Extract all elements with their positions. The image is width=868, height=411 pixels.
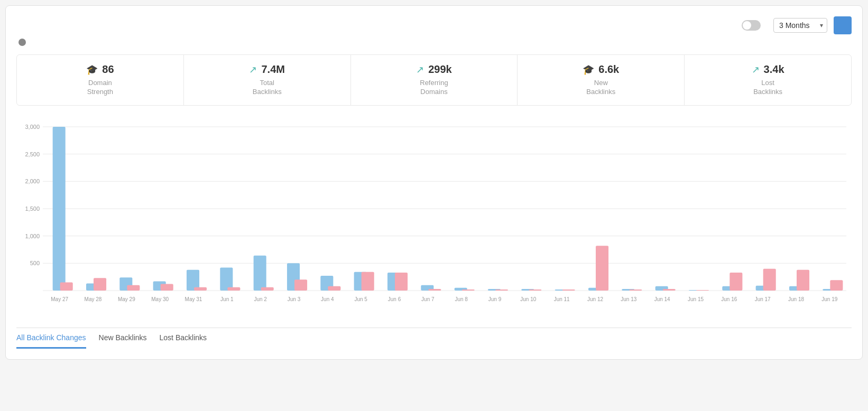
stat-item: ↗ 3.4k LostBacklinks <box>685 55 851 105</box>
result-limit-row[interactable] <box>16 39 852 46</box>
settings-button[interactable] <box>834 16 852 34</box>
toggle-switch[interactable] <box>742 20 761 31</box>
svg-rect-31 <box>254 256 266 291</box>
svg-text:May 30: May 30 <box>151 296 169 302</box>
svg-rect-41 <box>362 272 374 291</box>
svg-rect-65 <box>629 289 642 291</box>
svg-text:Jun 16: Jun 16 <box>721 296 737 302</box>
svg-text:Jun 5: Jun 5 <box>354 296 367 302</box>
stat-label: TotalBacklinks <box>192 79 342 97</box>
svg-rect-74 <box>730 273 742 291</box>
stats-row: 🎓 86 DomainStrength ↗ 7.4M TotalBacklink… <box>16 54 852 106</box>
svg-text:May 27: May 27 <box>51 296 68 302</box>
svg-text:Jun 17: Jun 17 <box>755 296 771 302</box>
svg-rect-17 <box>94 278 106 291</box>
svg-rect-62 <box>596 246 608 291</box>
svg-text:Jun 18: Jun 18 <box>788 296 804 302</box>
svg-text:1,500: 1,500 <box>25 205 40 212</box>
svg-rect-38 <box>328 286 340 291</box>
svg-rect-23 <box>161 284 173 290</box>
stat-value: 7.4M <box>261 63 284 76</box>
svg-text:3,000: 3,000 <box>25 124 40 130</box>
svg-rect-14 <box>60 282 73 291</box>
svg-rect-35 <box>294 279 307 291</box>
svg-text:Jun 12: Jun 12 <box>587 296 603 302</box>
stat-header: 🎓 6.6k <box>526 63 676 76</box>
svg-rect-53 <box>495 289 508 291</box>
stat-value: 3.4k <box>764 63 784 76</box>
bar-chart: 5001,0001,5002,0002,5003,000May 27May 28… <box>16 116 852 317</box>
stat-label: ReferringDomains <box>359 79 509 97</box>
svg-text:Jun 9: Jun 9 <box>488 296 502 302</box>
svg-text:Jun 7: Jun 7 <box>421 296 435 302</box>
svg-text:Jun 6: Jun 6 <box>388 296 401 302</box>
svg-text:Jun 14: Jun 14 <box>654 296 670 302</box>
svg-rect-29 <box>227 287 240 291</box>
stat-label: DomainStrength <box>25 79 175 97</box>
stat-icon: 🎓 <box>583 64 594 76</box>
svg-rect-59 <box>562 289 575 291</box>
svg-rect-13 <box>53 127 66 291</box>
svg-rect-68 <box>663 289 676 291</box>
stat-header: ↗ 3.4k <box>693 63 843 76</box>
svg-rect-28 <box>220 267 233 290</box>
stat-value: 6.6k <box>598 63 619 76</box>
svg-rect-32 <box>261 287 274 291</box>
svg-text:Jun 8: Jun 8 <box>455 296 468 302</box>
stat-icon: ↗ <box>752 64 760 76</box>
svg-text:Jun 1: Jun 1 <box>220 296 234 302</box>
svg-text:May 28: May 28 <box>85 296 102 302</box>
stat-header: ↗ 7.4M <box>192 63 342 76</box>
info-icon[interactable] <box>19 39 26 46</box>
stat-value: 299k <box>428 63 452 76</box>
svg-text:Jun 2: Jun 2 <box>254 296 267 302</box>
svg-rect-26 <box>194 287 207 291</box>
svg-text:2,500: 2,500 <box>25 151 40 157</box>
svg-text:Jun 11: Jun 11 <box>554 296 570 302</box>
stat-header: 🎓 86 <box>25 63 175 76</box>
svg-text:Jun 15: Jun 15 <box>688 296 704 302</box>
svg-rect-44 <box>395 273 408 291</box>
stat-label: NewBacklinks <box>526 79 676 97</box>
svg-rect-80 <box>797 270 809 291</box>
stat-value: 86 <box>102 63 114 76</box>
stat-item: ↗ 299k ReferringDomains <box>351 55 518 105</box>
svg-text:May 29: May 29 <box>118 296 135 302</box>
svg-text:1,000: 1,000 <box>25 232 40 239</box>
svg-rect-56 <box>529 289 541 291</box>
svg-rect-77 <box>763 268 776 290</box>
svg-text:Jun 3: Jun 3 <box>288 296 301 302</box>
svg-text:500: 500 <box>30 260 40 266</box>
chart-area: 5001,0001,5002,0002,5003,000May 27May 28… <box>16 116 852 319</box>
svg-text:2,000: 2,000 <box>25 178 40 184</box>
tab-new-backlinks[interactable]: New Backlinks <box>99 328 147 349</box>
svg-rect-50 <box>462 289 475 291</box>
stat-item: 🎓 6.6k NewBacklinks <box>518 55 685 105</box>
tab-lost-backlinks[interactable]: Lost Backlinks <box>160 328 207 349</box>
svg-text:Jun 10: Jun 10 <box>520 296 536 302</box>
svg-rect-20 <box>127 285 140 290</box>
months-select[interactable]: 3 Months 1 Month 6 Months 12 Months <box>773 18 827 33</box>
svg-rect-71 <box>696 290 709 291</box>
svg-text:Jun 13: Jun 13 <box>621 296 636 302</box>
stat-icon: ↗ <box>416 64 424 76</box>
svg-text:May 31: May 31 <box>185 296 202 302</box>
stat-item: 🎓 86 DomainStrength <box>17 55 184 105</box>
svg-rect-47 <box>428 289 441 291</box>
stat-item: ↗ 7.4M TotalBacklinks <box>184 55 351 105</box>
stat-icon: ↗ <box>249 64 257 76</box>
svg-rect-83 <box>830 280 843 291</box>
tabs: All Backlink ChangesNew BacklinksLost Ba… <box>16 328 852 349</box>
header-controls: 3 Months 1 Month 6 Months 12 Months <box>735 16 852 34</box>
tab-all-backlink-changes[interactable]: All Backlink Changes <box>16 328 86 349</box>
svg-text:Jun 19: Jun 19 <box>821 296 837 302</box>
svg-text:Jun 4: Jun 4 <box>321 296 334 302</box>
months-select-wrapper: 3 Months 1 Month 6 Months 12 Months <box>773 18 827 33</box>
stat-header: ↗ 299k <box>359 63 509 76</box>
stat-icon: 🎓 <box>86 64 98 76</box>
stat-label: LostBacklinks <box>693 79 843 97</box>
